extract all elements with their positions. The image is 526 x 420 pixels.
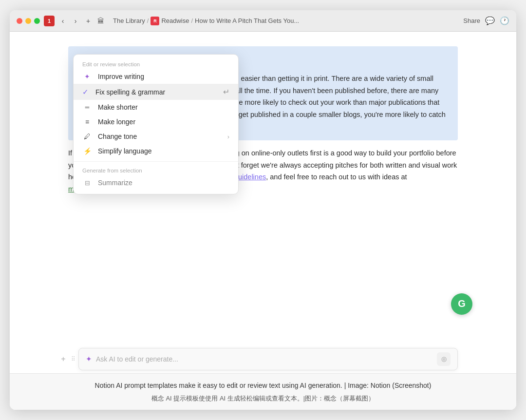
breadcrumb-sep2: / [191, 17, 193, 24]
ai-input-container[interactable]: ✦ Ask AI to edit or generate... ◎ [78, 348, 458, 370]
improve-writing-item[interactable]: ✦ Improve writing [74, 69, 238, 84]
close-dot[interactable] [17, 18, 22, 24]
traffic-lights [17, 18, 40, 24]
comment-icon[interactable]: 💬 [485, 16, 495, 25]
drag-handle[interactable]: ⠿ [71, 356, 75, 363]
share-button[interactable]: Share [463, 17, 480, 24]
breadcrumb-article[interactable]: How to Write A Pitch That Gets You... [195, 17, 299, 24]
breadcrumb-readwise[interactable]: Readwise [161, 17, 189, 24]
breadcrumb: The Library / R Readwise / How to Write … [113, 17, 459, 25]
change-tone-label: Change tone [98, 133, 222, 140]
title-bar-right: Share 💬 🕐 [463, 16, 509, 25]
ai-dropdown-menu: Edit or review selection ✦ Improve writi… [73, 54, 239, 194]
ai-input-row: + ⠿ ✦ Ask AI to edit or generate... ◎ [10, 345, 516, 373]
ai-input-placeholder: Ask AI to edit or generate... [96, 355, 433, 363]
change-tone-right: › [227, 133, 229, 140]
summarize-label: Summarize [98, 179, 229, 187]
forward-button[interactable]: › [71, 17, 80, 25]
simplify-language-item[interactable]: ⚡ Simplify language [74, 144, 238, 158]
maximize-dot[interactable] [34, 18, 40, 24]
make-shorter-icon: ═ [82, 104, 92, 111]
breadcrumb-library[interactable]: The Library [113, 17, 145, 24]
improve-writing-label: Improve writing [98, 73, 224, 80]
ai-spark-icon: ✦ [86, 355, 92, 363]
page-content: In conclusion... In some ways, getting y… [10, 32, 516, 373]
readwise-badge: R [150, 17, 159, 25]
caption-area: Notion AI prompt templates make it easy … [10, 373, 516, 410]
fix-spelling-check-icon: ✓ [82, 88, 89, 96]
caption-zh: 概念 AI 提示模板使使用 AI 生成轻松编辑或查看文本。|图片：概念（屏幕截图… [49, 394, 477, 403]
improve-writing-icon: ✦ [82, 73, 92, 80]
summarize-icon: ⊟ [82, 179, 92, 187]
simplify-language-icon: ⚡ [82, 147, 92, 155]
minimize-dot[interactable] [25, 18, 31, 24]
clock-icon[interactable]: 🕐 [500, 16, 509, 25]
change-tone-icon: 🖊 [82, 133, 92, 140]
make-longer-icon: ≡ [82, 118, 92, 126]
make-shorter-item[interactable]: ═ Make shorter [74, 100, 238, 115]
dropdown-divider [74, 161, 238, 162]
caption-en: Notion AI prompt templates make it easy … [49, 381, 477, 391]
summarize-item[interactable]: ⊟ Summarize [74, 175, 238, 190]
add-tab-button[interactable]: + [84, 17, 93, 25]
make-longer-item[interactable]: ≡ Make longer [74, 115, 238, 129]
title-bar: 1 ‹ › + 🏛 The Library / R Readwise / How… [10, 10, 516, 32]
library-icon: 🏛 [96, 17, 105, 25]
back-button[interactable]: ‹ [58, 17, 67, 25]
g-button[interactable]: G [451, 293, 472, 315]
make-shorter-label: Make shorter [98, 103, 224, 111]
add-block-button[interactable]: + [58, 354, 68, 364]
simplify-language-label: Simplify language [98, 147, 224, 155]
browser-window: 1 ‹ › + 🏛 The Library / R Readwise / How… [10, 10, 516, 410]
ai-input-submit[interactable]: ◎ [437, 352, 451, 366]
section2-label: Generate from selection [74, 165, 238, 175]
change-tone-item[interactable]: 🖊 Change tone › [74, 129, 238, 144]
fix-spelling-item[interactable]: ✓ Fix spelling & grammar ↵ [74, 84, 238, 100]
breadcrumb-sep1: / [147, 17, 149, 24]
fix-spelling-label: Fix spelling & grammar [95, 88, 217, 96]
tab-badge: 1 [44, 16, 55, 26]
make-longer-label: Make longer [98, 118, 224, 126]
section1-label: Edit or review selection [74, 58, 238, 69]
fix-spelling-right: ↵ [223, 87, 229, 96]
